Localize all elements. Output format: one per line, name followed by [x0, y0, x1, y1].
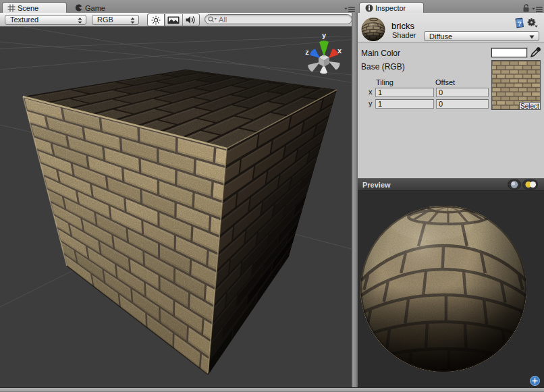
svg-text:x: x — [337, 47, 342, 55]
svg-text:z: z — [305, 48, 309, 56]
svg-text:?: ? — [518, 20, 522, 27]
svg-text:y: y — [322, 31, 327, 39]
